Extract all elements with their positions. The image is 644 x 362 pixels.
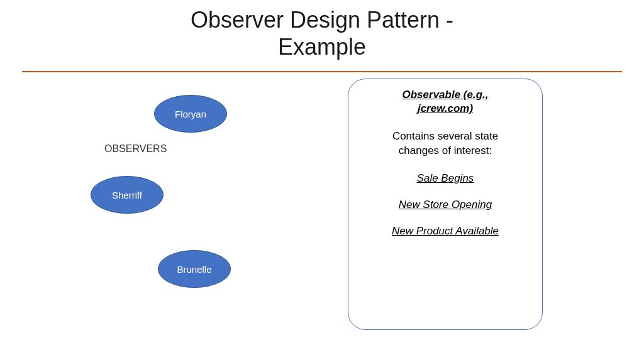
observer-label: Brunelle <box>177 264 211 275</box>
observer-label: Sherriff <box>112 190 142 200</box>
observable-event-product: New Product Available <box>362 225 528 238</box>
observable-box: Observable (e.g., jcrew.com) Contains se… <box>348 79 543 330</box>
observable-subtitle-line-2: changes of interest: <box>399 145 492 156</box>
observer-node-brunelle: Brunelle <box>158 250 231 288</box>
title-line-2: Example <box>278 34 366 60</box>
title-line-1: Observer Design Pattern - <box>191 7 453 33</box>
observable-title: Observable (e.g., jcrew.com) <box>362 88 528 116</box>
observer-node-sherriff: Sherriff <box>91 176 164 214</box>
observable-title-line-2: jcrew.com) <box>418 102 473 114</box>
slide-title: Observer Design Pattern - Example <box>0 6 644 60</box>
observers-label: OBSERVERS <box>104 143 167 155</box>
observable-event-sale: Sale Begins <box>362 172 528 185</box>
observer-label: Floryan <box>175 109 206 119</box>
observer-node-floryan: Floryan <box>154 95 227 133</box>
title-divider <box>22 71 622 72</box>
observable-subtitle-line-1: Contains several state <box>392 130 498 142</box>
observable-title-line-1: Observable (e.g., <box>402 89 489 101</box>
observable-subtitle: Contains several state changes of intere… <box>362 129 528 158</box>
observable-event-store: New Store Opening <box>362 199 528 211</box>
